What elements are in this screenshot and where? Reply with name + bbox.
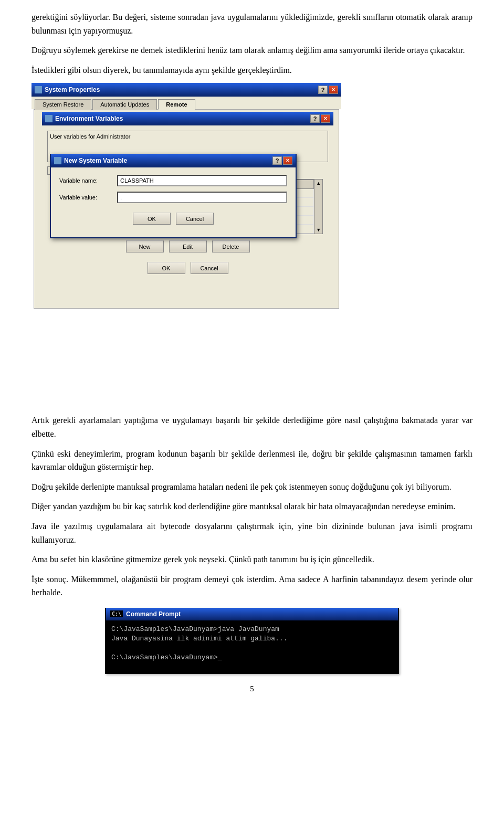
env-variables-title: Environment Variables <box>55 115 123 122</box>
dialogs-area: System Properties ? ✕ System Restore Aut… <box>32 83 346 408</box>
variable-value-row: Variable value: <box>59 192 287 203</box>
variable-name-label: Variable name: <box>59 177 117 184</box>
cmd-icon: C:\ <box>110 610 123 617</box>
system-properties-icon <box>35 86 42 93</box>
variable-name-row: Variable name: <box>59 175 287 186</box>
env-variables-close-btn[interactable]: ✕ <box>321 114 330 123</box>
page-number: 5 <box>32 684 472 693</box>
sys-vars-buttons: New Edit Delete <box>47 236 328 258</box>
cmd-body: C:\JavaSamples\JavaDunyam>java JavaDunya… <box>106 620 398 673</box>
paragraph-6: Doğru şekilde derlenipte mantıksal progr… <box>32 480 472 494</box>
env-variables-titlebar: Environment Variables ? ✕ <box>42 112 333 125</box>
cmd-titlebar: C:\ Command Prompt <box>106 608 398 620</box>
new-sysvar-body: Variable name: Variable value: OK Cancel <box>51 167 296 237</box>
env-dialog-main-buttons: OK Cancel <box>47 258 328 279</box>
delete-button[interactable]: Delete <box>212 240 250 252</box>
paragraph-3: İstedikleri gibi olsun diyerek, bu tanım… <box>32 64 472 77</box>
new-sysvar-titlebar: New System Variable ? ✕ <box>51 154 296 167</box>
tab-system-restore[interactable]: System Restore <box>35 99 91 110</box>
env-ok-button[interactable]: OK <box>148 262 185 274</box>
variable-name-input[interactable] <box>117 175 287 186</box>
new-sysvar-close-btn[interactable]: ✕ <box>283 156 292 165</box>
env-variables-icon <box>45 115 52 122</box>
system-properties-titlebar: System Properties ? ✕ <box>32 83 341 97</box>
new-sysvar-cancel-button[interactable]: Cancel <box>176 213 214 225</box>
system-properties-title: System Properties <box>45 86 100 93</box>
paragraph-7: Diğer yandan yazdığım bu bir kaç satırlı… <box>32 500 472 513</box>
paragraph-4: Artık gerekli ayarlamaları yaptığıma ve … <box>32 414 472 440</box>
cmd-line-1: C:\JavaSamples\JavaDunyam>java JavaDunya… <box>111 625 393 634</box>
new-sysvar-title: New System Variable <box>64 157 127 164</box>
system-properties-close-btn[interactable]: ✕ <box>329 86 338 94</box>
new-sysvar-help-btn[interactable]: ? <box>272 156 282 165</box>
tab-remote[interactable]: Remote <box>158 99 195 110</box>
cmd-line-3 <box>111 644 393 653</box>
paragraph-10: İşte sonuç. Mükemmmel, olağanüstü bir pr… <box>32 573 472 599</box>
variable-value-label: Variable value: <box>59 194 117 201</box>
paragraph-5: Çünkü eski deneyimlerim, program kodunun… <box>32 447 472 474</box>
scrollbar[interactable]: ▲ ▼ <box>314 180 322 234</box>
paragraph-2: Doğruyu söylemek gerekirse ne demek iste… <box>32 44 472 57</box>
env-cancel-button[interactable]: Cancel <box>191 262 228 274</box>
user-vars-label: User variables for Administrator <box>50 133 130 140</box>
new-button[interactable]: New <box>126 240 164 252</box>
cmd-line-2: Java Dunayasina ilk adinimi attim galiba… <box>111 634 393 644</box>
command-prompt-box: C:\ Command Prompt C:\JavaSamples\JavaDu… <box>105 608 399 674</box>
variable-value-input[interactable] <box>117 192 287 203</box>
cmd-line-4: C:\JavaSamples\JavaDunyam>_ <box>111 653 393 662</box>
cmd-title: Command Prompt <box>126 610 181 618</box>
paragraph-8: Java ile yazılmış uygulamalara ait bytec… <box>32 520 472 546</box>
system-properties-help-btn[interactable]: ? <box>318 86 328 94</box>
new-system-variable-dialog: New System Variable ? ✕ Variable name: V… <box>50 154 297 238</box>
new-sysvar-buttons: OK Cancel <box>59 208 287 230</box>
paragraph-9: Ama bu sefet bin klasörüne gitmemize ger… <box>32 553 472 566</box>
tab-automatic-updates[interactable]: Automatic Updates <box>92 99 157 110</box>
edit-button[interactable]: Edit <box>169 240 207 252</box>
new-sysvar-icon <box>54 157 61 164</box>
system-properties-tabs: System Restore Automatic Updates Remote <box>32 97 341 109</box>
new-sysvar-ok-button[interactable]: OK <box>133 213 171 225</box>
env-variables-help-btn[interactable]: ? <box>310 114 320 123</box>
paragraph-1: gerektiğini söylüyorlar. Bu değeri, sist… <box>32 10 472 37</box>
